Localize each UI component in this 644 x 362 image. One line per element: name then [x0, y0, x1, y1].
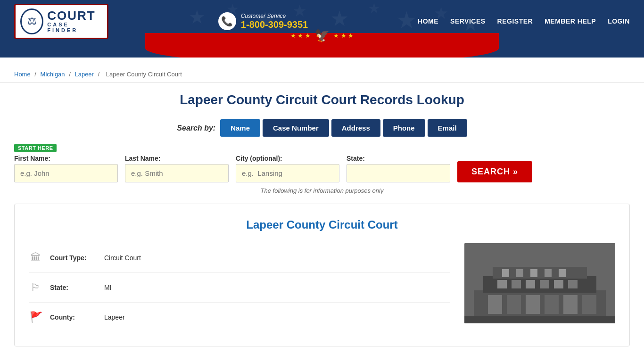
svg-rect-14 — [507, 295, 521, 314]
logo-box: ⚖ COURT CASE FINDER — [14, 4, 108, 39]
court-type-label: Court Type: — [50, 254, 97, 262]
svg-rect-21 — [526, 280, 535, 288]
main-content: Lapeer County Circuit Court Records Look… — [0, 83, 644, 356]
svg-rect-30 — [464, 316, 615, 323]
nav-member-help[interactable]: MEMBER HELP — [545, 17, 596, 25]
phone-icon: 📞 — [218, 12, 236, 30]
svg-rect-25 — [502, 269, 509, 277]
court-info-box: Lapeer County Circuit Court 🏛 Court Type… — [14, 204, 630, 346]
svg-rect-29 — [559, 269, 566, 277]
banner-area: ★ ★ ★ 🦅 ★ ★ ★ — [0, 42, 644, 66]
svg-text:★: ★ — [396, 7, 417, 33]
last-name-field: Last Name: — [125, 155, 229, 182]
county-icon: 🚩 — [29, 311, 43, 323]
svg-rect-13 — [488, 295, 502, 314]
breadcrumb-michigan[interactable]: Michigan — [41, 71, 65, 78]
city-field: City (optional): — [236, 155, 339, 182]
breadcrumb-sep-1: / — [34, 71, 38, 78]
state-label-info: State: — [50, 284, 97, 291]
svg-rect-19 — [497, 280, 507, 288]
court-building-svg — [464, 243, 615, 323]
county-row: 🚩 County: Lapeer — [29, 303, 450, 332]
search-by-row: Search by: Name Case Number Address Phon… — [14, 119, 630, 137]
state-row: 🏳 State: MI — [29, 273, 450, 303]
state-icon: 🏳 — [29, 281, 43, 294]
tab-address[interactable]: Address — [331, 119, 380, 137]
tab-name[interactable]: Name — [220, 119, 260, 137]
svg-rect-15 — [526, 295, 540, 314]
first-name-label: First Name: — [14, 155, 118, 162]
svg-rect-23 — [554, 280, 563, 288]
svg-rect-17 — [563, 295, 578, 314]
state-label: State: — [347, 155, 450, 162]
court-info-content: 🏛 Court Type: Circuit Court 🏳 State: MI … — [29, 243, 615, 332]
customer-service-label: Customer Service — [241, 13, 308, 19]
svg-text:★: ★ — [368, 0, 380, 16]
tab-email[interactable]: Email — [428, 119, 467, 137]
city-input[interactable] — [236, 164, 339, 182]
first-name-input[interactable] — [14, 164, 118, 182]
logo-area[interactable]: ⚖ COURT CASE FINDER — [14, 4, 108, 39]
breadcrumb-sep-3: / — [98, 71, 101, 78]
court-type-value: Circuit Court — [104, 254, 141, 262]
search-by-label: Search by: — [177, 124, 215, 132]
start-here-badge: START HERE — [14, 144, 57, 152]
breadcrumb: Home / Michigan / Lapeer / Lapeer County… — [0, 66, 644, 83]
nav-home[interactable]: HOME — [418, 17, 438, 25]
state-field: State: Michigan — [347, 155, 450, 182]
court-info-details: 🏛 Court Type: Circuit Court 🏳 State: MI … — [29, 243, 450, 332]
nav-register[interactable]: REGISTER — [497, 17, 533, 25]
svg-rect-16 — [545, 295, 559, 314]
svg-rect-20 — [512, 280, 521, 288]
county-label: County: — [50, 313, 97, 321]
header-phone: 📞 Customer Service 1-800-309-9351 — [218, 12, 308, 30]
svg-text:★: ★ — [330, 7, 349, 31]
breadcrumb-lapeer[interactable]: Lapeer — [74, 71, 93, 78]
page-title: Lapeer County Circuit Court Records Look… — [14, 92, 630, 107]
search-form-area: START HERE First Name: Last Name: City (… — [14, 144, 630, 182]
svg-rect-28 — [545, 269, 552, 277]
tab-case-number[interactable]: Case Number — [263, 119, 329, 137]
tab-phone[interactable]: Phone — [383, 119, 425, 137]
logo-court-text: COURT — [47, 9, 95, 22]
state-value: MI — [104, 284, 112, 291]
search-form: First Name: Last Name: City (optional): … — [14, 155, 630, 182]
svg-rect-18 — [582, 295, 596, 314]
breadcrumb-home[interactable]: Home — [14, 71, 31, 78]
disclaimer-text: The following is for information purpose… — [14, 187, 630, 194]
city-label: City (optional): — [236, 155, 339, 162]
svg-rect-22 — [540, 280, 549, 288]
state-input[interactable]: Michigan — [347, 164, 450, 182]
search-button[interactable]: SEARCH » — [457, 161, 532, 182]
county-value: Lapeer — [104, 313, 125, 321]
first-name-field: First Name: — [14, 155, 118, 182]
svg-rect-24 — [568, 280, 578, 288]
court-type-row: 🏛 Court Type: Circuit Court — [29, 243, 450, 273]
header-nav: HOME SERVICES REGISTER MEMBER HELP LOGIN — [418, 17, 630, 25]
svg-rect-27 — [530, 269, 537, 277]
court-type-icon: 🏛 — [29, 252, 43, 264]
breadcrumb-sep-2: / — [69, 71, 72, 78]
eagle-area: ★ ★ ★ 🦅 ★ ★ ★ — [290, 28, 354, 43]
court-info-title: Lapeer County Circuit Court — [29, 218, 615, 231]
last-name-input[interactable] — [125, 164, 229, 182]
svg-text:★: ★ — [189, 7, 206, 27]
nav-services[interactable]: SERVICES — [450, 17, 486, 25]
logo-case-finder-text: CASE FINDER — [47, 22, 102, 33]
logo-emblem: ⚖ — [20, 8, 43, 34]
last-name-label: Last Name: — [125, 155, 229, 162]
court-image — [464, 243, 615, 323]
breadcrumb-current: Lapeer County Circuit Court — [106, 71, 182, 78]
nav-login[interactable]: LOGIN — [608, 17, 630, 25]
svg-rect-26 — [516, 269, 523, 277]
